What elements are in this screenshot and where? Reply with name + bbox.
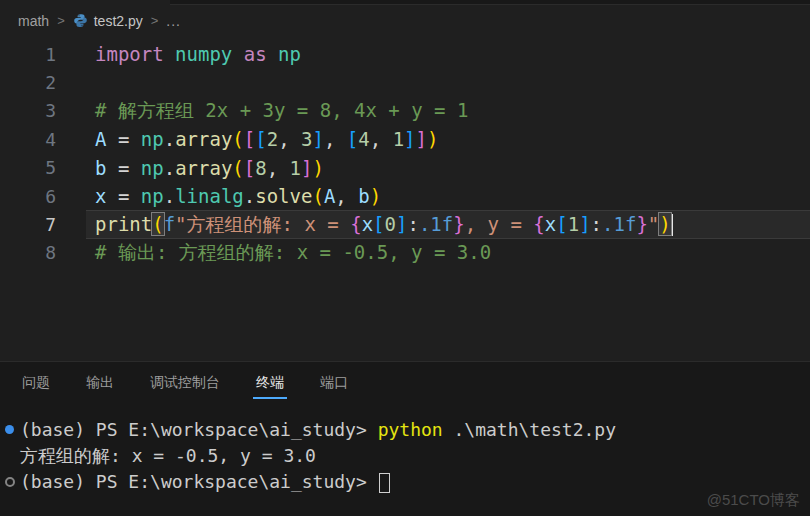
code-token: linalg <box>175 185 244 207</box>
code-token: [ <box>244 128 255 150</box>
code-token: A <box>95 128 106 150</box>
terminal-token: (base) PS E:\workspace\ai_study> <box>20 419 378 440</box>
code-token: " <box>648 213 659 235</box>
code-line[interactable]: 5 b = np.array([8, 1]) <box>0 154 810 182</box>
terminal-row[interactable]: (base) PS E:\workspace\ai_study> <box>20 469 810 496</box>
line-number[interactable]: 4 <box>0 129 56 150</box>
terminal-command-decoration-icon[interactable] <box>5 425 14 434</box>
line-number[interactable]: 5 <box>0 157 56 178</box>
code-token: # 解方程组 2x + 3y = 8, 4x + y = 1 <box>95 99 468 121</box>
code-token: ] <box>404 128 415 150</box>
code-token: ] <box>301 157 312 179</box>
code-token: x <box>95 185 106 207</box>
python-icon <box>73 13 88 28</box>
code-token: { <box>533 213 544 235</box>
panel-tab-1[interactable]: 输出 <box>68 362 132 404</box>
code-token: , <box>370 128 393 150</box>
code-text: A = np.array([[2, 3], [4, 1]]) <box>95 128 438 150</box>
code-token: : <box>407 213 418 235</box>
vscode-window: math > test2.py > ... 1 import numpy as … <box>0 0 810 516</box>
code-token: ) <box>427 128 438 150</box>
code-line[interactable]: 1 import numpy as np <box>0 40 810 68</box>
code-token: , <box>324 128 347 150</box>
terminal-token: (base) PS E:\workspace\ai_study> <box>20 471 378 492</box>
panel-tab-3[interactable]: 终端 <box>238 362 302 404</box>
code-token: np <box>278 43 301 65</box>
code-line[interactable]: 6 x = np.linalg.solve(A, b) <box>0 182 810 210</box>
code-token: = <box>106 128 140 150</box>
code-token: A <box>324 185 335 207</box>
code-token: ) <box>312 157 323 179</box>
bottom-panel: 问题 输出 调试控制台 终端 端口 (base) PS E:\workspace… <box>0 361 810 516</box>
code-text: print(f"方程组的解: x = {x[0]:.1f}, y = {x[1]… <box>95 212 673 238</box>
code-token: . <box>164 157 175 179</box>
code-line[interactable]: 7 print(f"方程组的解: x = {x[0]:.1f}, y = {x[… <box>0 210 810 238</box>
breadcrumb-symbol-ellipsis[interactable]: ... <box>166 13 181 29</box>
code-text: b = np.array([8, 1]) <box>95 157 324 179</box>
code-editor[interactable]: 1 import numpy as np 2 3 # 解方程组 2x + 3y … <box>0 36 810 361</box>
code-line[interactable]: 4 A = np.array([[2, 3], [4, 1]]) <box>0 125 810 153</box>
code-token: .1f <box>419 213 453 235</box>
panel-tab-label: 终端 <box>256 374 284 392</box>
code-token: ] <box>416 128 427 150</box>
code-token: ] <box>579 213 590 235</box>
code-token: { <box>350 213 361 235</box>
terminal-token: python <box>378 419 443 440</box>
code-token: } <box>453 213 464 235</box>
terminal-token: .\math\test2.py <box>443 419 616 440</box>
code-token: # 输出: 方程组的解: x = -0.5, y = 3.0 <box>95 241 491 263</box>
breadcrumb-folder[interactable]: math <box>18 13 49 29</box>
panel-tab-2[interactable]: 调试控制台 <box>132 362 238 404</box>
code-token: ( <box>232 157 243 179</box>
code-token: [ <box>255 128 266 150</box>
terminal[interactable]: (base) PS E:\workspace\ai_study> python … <box>0 404 810 496</box>
line-number[interactable]: 6 <box>0 186 56 207</box>
code-line[interactable]: 3 # 解方程组 2x + 3y = 8, 4x + y = 1 <box>0 97 810 125</box>
panel-tab-label: 问题 <box>22 374 50 392</box>
panel-tab-4[interactable]: 端口 <box>302 362 366 404</box>
code-token: 1 <box>568 213 579 235</box>
line-number[interactable]: 7 <box>0 214 56 235</box>
code-line[interactable]: 8 # 输出: 方程组的解: x = -0.5, y = 3.0 <box>0 239 810 267</box>
line-number[interactable]: 2 <box>0 72 56 93</box>
panel-tab-0[interactable]: 问题 <box>4 362 68 404</box>
line-number[interactable]: 1 <box>0 44 56 65</box>
code-token: ( <box>232 128 243 150</box>
code-token: ] <box>312 128 323 150</box>
terminal-command-decoration-icon[interactable] <box>5 477 15 487</box>
code-token: ] <box>396 213 407 235</box>
code-token: ( <box>312 185 323 207</box>
code-token: 1 <box>290 157 301 179</box>
code-line[interactable]: 2 <box>0 68 810 96</box>
code-token: } <box>636 213 647 235</box>
breadcrumb-file[interactable]: test2.py <box>73 13 143 29</box>
code-token: = <box>106 185 140 207</box>
tab-bar-edge <box>170 0 810 5</box>
code-token: . <box>164 128 175 150</box>
code-token: f <box>164 213 175 235</box>
code-token: [ <box>244 157 255 179</box>
code-token: ) <box>659 213 670 235</box>
code-token: x <box>362 213 373 235</box>
code-token: ( <box>152 213 163 235</box>
code-token: 1 <box>393 128 404 150</box>
code-token: array <box>175 128 232 150</box>
terminal-row[interactable]: 方程组的解: x = -0.5, y = 3.0 <box>20 443 810 470</box>
line-number[interactable]: 8 <box>0 242 56 263</box>
breadcrumb: math > test2.py > ... <box>0 5 810 36</box>
code-token: , <box>278 128 301 150</box>
terminal-row[interactable]: (base) PS E:\workspace\ai_study> python … <box>20 416 810 443</box>
code-token: 3 <box>301 128 312 150</box>
code-token: [ <box>373 213 384 235</box>
code-token: numpy <box>175 43 244 65</box>
chevron-right-icon: > <box>151 13 159 28</box>
line-number[interactable]: 3 <box>0 100 56 121</box>
terminal-token: 方程组的解: x = -0.5, y = 3.0 <box>20 445 316 466</box>
code-token: import <box>95 43 175 65</box>
code-token: 8 <box>255 157 266 179</box>
code-token: [ <box>556 213 567 235</box>
chevron-right-icon: > <box>57 13 65 28</box>
code-text: # 输出: 方程组的解: x = -0.5, y = 3.0 <box>95 240 491 266</box>
tab-bar-remnant <box>0 0 810 5</box>
watermark: @51CTO博客 <box>707 491 800 510</box>
